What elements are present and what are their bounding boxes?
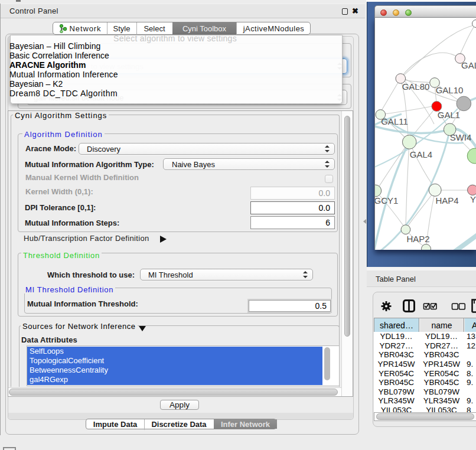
svg-text:GAL80: GAL80: [402, 81, 430, 92]
svg-text:GCY1: GCY1: [375, 195, 398, 206]
svg-text:Y: Y: [470, 194, 476, 204]
svg-text:HAP4: HAP4: [435, 195, 458, 206]
svg-text:SWI4: SWI4: [450, 132, 472, 142]
svg-text:GAL7: GAL7: [461, 60, 476, 70]
svg-text:GAL1: GAL1: [438, 110, 460, 120]
svg-text:GAL10: GAL10: [436, 85, 464, 95]
svg-text:GAL4: GAL4: [410, 149, 432, 159]
svg-text:HAP2: HAP2: [406, 234, 429, 244]
svg-text:GAL11: GAL11: [381, 116, 408, 126]
